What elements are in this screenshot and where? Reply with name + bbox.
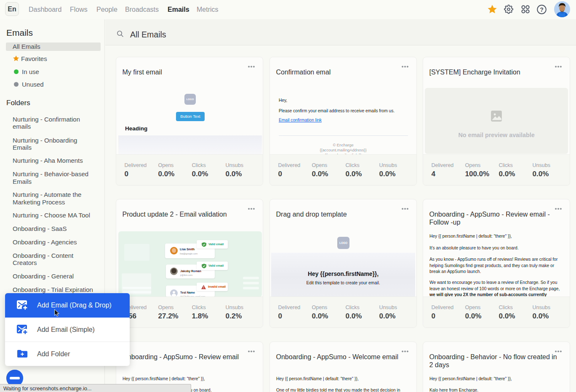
- svg-text:?: ?: [540, 6, 544, 13]
